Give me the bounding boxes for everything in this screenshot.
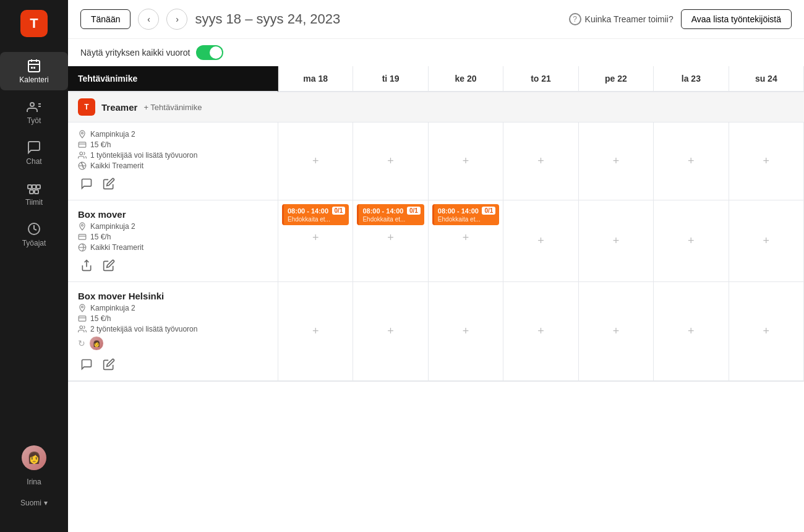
add-shift-button[interactable]: +: [457, 323, 474, 340]
language-selector[interactable]: Suomi ▾: [20, 494, 48, 512]
shift-sub: Ehdokkaita et...: [362, 216, 420, 223]
day-header-3: to 21: [503, 66, 578, 92]
add-shift-button[interactable]: +: [607, 233, 625, 250]
app-logo[interactable]: T: [20, 10, 48, 37]
svg-point-27: [80, 326, 83, 329]
day-header-5: la 23: [654, 66, 729, 92]
task-1-day-6: +: [729, 200, 804, 282]
svg-rect-4: [31, 67, 33, 69]
section-name: Treamer: [101, 102, 137, 113]
task-1-day-1: 08:00 - 14:000/1 Ehdokkaita et... +: [353, 200, 428, 282]
shift-badge: 0/1: [332, 207, 346, 215]
task-0-day-5: +: [654, 122, 729, 200]
user-avatar[interactable]: 👩: [22, 445, 46, 470]
task-2-day-1: +: [353, 282, 428, 381]
add-shift-button[interactable]: +: [307, 153, 324, 170]
task-rate: 15 €/h: [78, 314, 268, 323]
chat-icon[interactable]: [78, 356, 95, 373]
task-row-2-info: Box mover Helsinki Kampinkuja 2 15 €/h 2…: [68, 282, 278, 381]
edit-icon[interactable]: [100, 257, 118, 274]
edit-icon[interactable]: [100, 356, 118, 373]
svg-rect-25: [79, 316, 86, 321]
add-shift-button[interactable]: +: [457, 153, 474, 170]
add-shift-button[interactable]: +: [758, 323, 775, 340]
chat-icon[interactable]: [78, 175, 95, 192]
task-0-day-6: +: [729, 122, 804, 200]
add-shift-button[interactable]: +: [307, 323, 324, 340]
add-shift-button[interactable]: +: [682, 233, 699, 250]
sidebar-item-tiimit[interactable]: Tiimit: [0, 174, 68, 213]
shift-card[interactable]: 08:00 - 14:000/1 Ehdokkaita et...: [432, 204, 499, 225]
sidebar-item-label: Työajat: [22, 239, 46, 247]
workers-icon: [78, 151, 87, 160]
refresh-icon[interactable]: ↻: [78, 338, 85, 348]
day-header-0: ma 18: [278, 66, 353, 92]
task-2-day-0: +: [278, 282, 353, 381]
shift-time-label: 08:00 - 14:00: [362, 207, 403, 215]
rate-icon: [78, 140, 87, 149]
add-task-button[interactable]: + Tehtävänimike: [143, 103, 202, 112]
date-range: syys 18 – syys 24, 2023: [195, 11, 340, 27]
task-2-day-6: +: [729, 282, 804, 381]
shift-card[interactable]: 08:00 - 14:000/1 Ehdokkaita et...: [282, 204, 349, 225]
add-shift-button[interactable]: +: [532, 153, 549, 170]
edit-icon[interactable]: [100, 175, 118, 192]
add-shift-button[interactable]: +: [607, 153, 625, 170]
sidebar: T Kalenteri Työt Chat: [0, 0, 68, 532]
share-icon[interactable]: [78, 257, 95, 274]
add-shift-button[interactable]: +: [382, 323, 400, 340]
add-shift-button[interactable]: +: [682, 323, 699, 340]
location-icon: [78, 130, 87, 139]
toggle-label: Näytä yrityksen kaikki vuorot: [80, 48, 190, 58]
question-icon: ?: [569, 13, 581, 25]
svg-rect-0: [28, 61, 40, 72]
svg-rect-5: [33, 67, 35, 69]
add-shift-button[interactable]: +: [532, 233, 549, 250]
task-0-day-1: +: [353, 122, 428, 200]
employees-button[interactable]: Avaa lista työntekijöistä: [681, 9, 792, 29]
task-1-day-4: +: [579, 200, 654, 282]
task-0-day-4: +: [579, 122, 654, 200]
location-icon: [78, 304, 87, 312]
task-workers-note: 2 työntekijää voi lisätä työvuoron: [78, 325, 268, 333]
add-shift-button[interactable]: +: [758, 233, 775, 250]
svg-point-17: [80, 152, 83, 155]
svg-rect-10: [32, 185, 36, 189]
add-shift-button[interactable]: +: [457, 229, 474, 246]
worker-avatars-row: ↻ 👩: [78, 336, 268, 351]
group-icon: [78, 161, 87, 170]
sidebar-item-label: Työt: [27, 116, 41, 125]
sidebar-item-tyot[interactable]: Työt: [0, 93, 68, 131]
toggle-row: Näytä yrityksen kaikki vuorot: [68, 39, 804, 66]
task-row-1-info: Box mover Kampinkuja 2 15 €/h Kaikki Tre…: [68, 200, 278, 282]
add-shift-button[interactable]: +: [532, 323, 549, 340]
add-shift-button[interactable]: +: [682, 153, 699, 170]
task-rate: 15 €/h: [78, 233, 268, 241]
add-shift-button[interactable]: +: [307, 229, 324, 246]
sidebar-item-kalenteri[interactable]: Kalenteri: [0, 52, 68, 90]
company-shifts-toggle[interactable]: [196, 45, 223, 60]
task-name: Box mover Helsinki: [78, 291, 268, 301]
add-shift-button[interactable]: +: [758, 153, 775, 170]
shift-badge: 0/1: [407, 207, 421, 215]
shift-card[interactable]: 08:00 - 14:000/1 Ehdokkaita et...: [357, 204, 424, 225]
add-shift-button[interactable]: +: [382, 229, 400, 246]
calendar-grid: Tehtävänimike ma 18 ti 19 ke 20 to 21 pe…: [68, 66, 804, 382]
prev-week-button[interactable]: ‹: [138, 9, 159, 30]
task-location: Kampinkuja 2: [78, 130, 268, 139]
today-button[interactable]: Tänään: [80, 9, 130, 29]
treamer-logo: T: [78, 98, 95, 116]
add-shift-button[interactable]: +: [607, 323, 625, 340]
task-name: Box mover: [78, 209, 268, 220]
day-header-6: su 24: [729, 66, 804, 92]
task-group: Kaikki Treamerit: [78, 161, 268, 170]
task-0-day-2: +: [429, 122, 503, 200]
sidebar-item-chat[interactable]: Chat: [0, 134, 68, 172]
shift-sub: Ehdokkaita et...: [438, 216, 495, 223]
help-button[interactable]: ? Kuinka Treamer toimii?: [569, 13, 674, 25]
help-text: Kuinka Treamer toimii?: [585, 14, 674, 24]
sidebar-item-tyoajat[interactable]: Työajat: [0, 215, 68, 254]
add-shift-button[interactable]: +: [382, 153, 400, 170]
task-group: Kaikki Treamerit: [78, 243, 268, 252]
next-week-button[interactable]: ›: [166, 9, 187, 30]
